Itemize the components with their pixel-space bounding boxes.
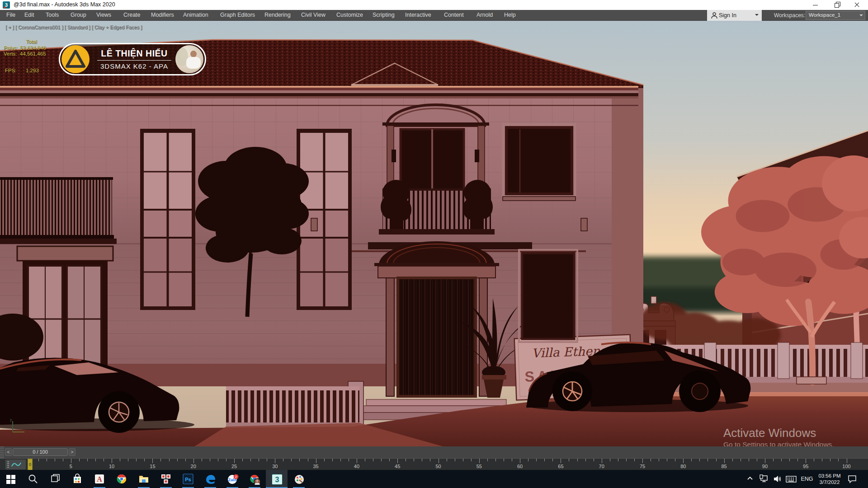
taskbar-autocad[interactable]: A (89, 470, 110, 488)
stats-fps-label: FPS: (5, 68, 17, 73)
stats-verts-label: Verts: (4, 51, 17, 56)
french-door (17, 246, 113, 377)
curve-editor-button[interactable] (5, 460, 26, 469)
prev-frame-button[interactable]: < (5, 448, 12, 456)
left-balcony (0, 177, 117, 244)
tray-date: 3/7/2022 (816, 479, 844, 485)
activate-windows-line1: Activate Windows (723, 426, 816, 440)
menu-arnold[interactable]: Arnold (476, 12, 493, 18)
tray-volume-icon[interactable] (772, 470, 784, 488)
badge-subtitle: 3DSMAX K62 - APA (91, 62, 178, 70)
viewport-scene: Villa Ethenas SANT (0, 21, 868, 446)
close-button[interactable] (847, 0, 867, 10)
menu-bar: FileEditToolsGroupViewsCreateModifiersAn… (0, 10, 868, 21)
workspace-value: Workspace_1 (809, 12, 840, 18)
svg-text:2: 2 (235, 475, 237, 479)
menu-customize[interactable]: Customize (336, 12, 363, 18)
menu-scripting[interactable]: Scripting (373, 12, 395, 18)
menu-views[interactable]: Views (96, 12, 111, 18)
restore-button[interactable] (826, 0, 846, 10)
taskbar-edge[interactable] (199, 470, 221, 488)
menu-help[interactable]: Help (504, 12, 516, 18)
taskbar-chrome[interactable] (111, 470, 132, 488)
menu-interactive[interactable]: Interactive (405, 12, 431, 18)
window-title: @3d final.max - Autodesk 3ds Max 2020 (14, 1, 115, 8)
workspace-dropdown[interactable]: Workspace_1 (806, 11, 865, 20)
axis-gizmo: y (9, 417, 27, 435)
badge-name: LÊ THIỆN HIẾU (91, 48, 178, 59)
taskbar: A Ps Zalo2 3 (0, 470, 868, 488)
menu-rendering[interactable]: Rendering (264, 12, 291, 18)
menu-group[interactable]: Group (71, 12, 86, 18)
viewport-label[interactable]: [ + ] [ CoronaCamera001 ] [ Standard ] [… (5, 24, 142, 30)
app-icon-3dsmax: 3 (3, 1, 10, 9)
svg-text:A: A (97, 475, 102, 483)
tray-time: 03:56 PM (816, 473, 844, 479)
tray-language[interactable]: ENG (799, 470, 815, 488)
menu-tools[interactable]: Tools (46, 12, 59, 18)
title-bar: 3 @3d final.max - Autodesk 3ds Max 2020 (0, 0, 868, 10)
tray-chevron[interactable] (745, 470, 756, 488)
stats-polys-label: Polys: (4, 45, 18, 51)
menu-modifiers[interactable]: Modifiers (151, 12, 174, 18)
tray-clock[interactable]: 03:56 PM 3/7/2022 (816, 470, 844, 488)
fence-left (226, 381, 363, 429)
taskbar-search[interactable] (22, 470, 44, 488)
time-slider[interactable]: 0 / 100 (13, 448, 68, 456)
taskbar-paint-3d[interactable] (288, 470, 310, 488)
sign-in-arrow-icon (755, 14, 759, 18)
taskbar-microsoft-store[interactable] (66, 470, 88, 488)
taskbar-red-grid-app[interactable] (155, 470, 177, 488)
minimize-button[interactable] (806, 0, 826, 10)
taskbar-chrome-profile[interactable] (244, 470, 265, 488)
track-bar[interactable]: 5101520253035404550556065707580859095100… (0, 458, 868, 470)
lower-right-window (519, 250, 577, 342)
menu-graph-editors[interactable]: Graph Editors (220, 12, 255, 18)
viewport[interactable]: Villa Ethenas SANT (0, 21, 868, 446)
menu-civil-view[interactable]: Civil View (301, 12, 326, 18)
upper-right-window (503, 124, 576, 201)
tray-network-icon[interactable] (759, 470, 771, 488)
current-frame-marker[interactable]: 0 (28, 459, 33, 470)
badge-divider (97, 60, 171, 61)
stats-polys-value: 52,624,946 (20, 45, 46, 51)
taskbar-photoshop[interactable]: Ps (177, 470, 199, 488)
next-frame-button[interactable]: > (69, 448, 75, 456)
taskbar-task-view[interactable] (44, 470, 66, 488)
timebar-grip[interactable] (0, 446, 4, 458)
time-slider-bar: < 0 / 100 > (0, 446, 868, 458)
tray-keyboard-icon[interactable] (785, 470, 797, 488)
taskbar-file-explorer[interactable] (133, 470, 155, 488)
stats-total-label: Total (26, 39, 37, 44)
menu-create[interactable]: Create (123, 12, 141, 18)
menu-file[interactable]: File (6, 12, 15, 18)
tray-notification-icon[interactable] (846, 470, 864, 488)
svg-text:y: y (10, 418, 12, 422)
stats-verts-value: 44,561,465 (20, 51, 46, 56)
svg-text:Ps: Ps (185, 477, 191, 482)
watermark-badge: LÊ THIỆN HIẾU 3DSMAX K62 - APA (59, 43, 206, 75)
workspace-arrow-icon (859, 14, 863, 18)
tall-window-1 (140, 129, 195, 310)
stats-fps-value: 1.293 (26, 68, 39, 73)
menu-content[interactable]: Content (444, 12, 464, 18)
sign-in-button[interactable]: Sign In (707, 10, 762, 21)
3ds-max-window: 3 @3d final.max - Autodesk 3ds Max 2020 … (0, 0, 868, 488)
taskbar-windows-start[interactable] (0, 470, 22, 488)
badge-author-photo (175, 45, 203, 73)
taskbar-zalo[interactable]: Zalo2 (222, 470, 243, 488)
sign-in-label: Sign In (719, 12, 736, 19)
menu-edit[interactable]: Edit (24, 12, 34, 18)
workspaces-label: Workspaces: (774, 12, 805, 19)
svg-text:3: 3 (275, 476, 279, 483)
menu-animation[interactable]: Animation (183, 12, 208, 18)
taskbar-3ds-max[interactable]: 3 (266, 470, 288, 488)
frame-display: 0 / 100 (13, 449, 67, 455)
user-icon (711, 12, 718, 19)
badge-triangle-logo (61, 45, 90, 73)
